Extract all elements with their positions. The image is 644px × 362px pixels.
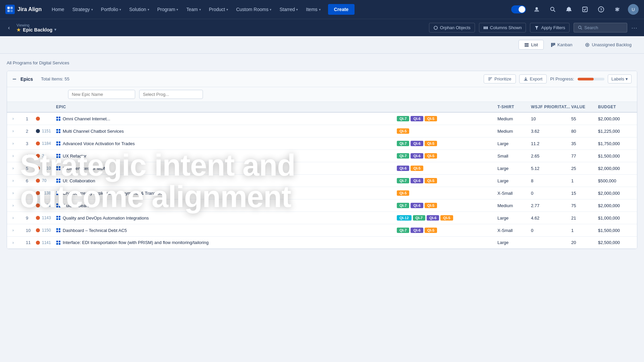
columns-shown-button[interactable]: Columns Shown <box>479 23 526 33</box>
collapse-sidebar-button[interactable]: ‹ <box>7 23 11 32</box>
nav-home[interactable]: Home <box>48 5 67 14</box>
row-name: Interface: EDI transportation flow (with… <box>56 240 397 245</box>
status-dot <box>36 117 40 121</box>
col-header-value[interactable]: Value <box>571 105 598 109</box>
wsjf-value: 0 <box>531 191 571 196</box>
notification-icon[interactable] <box>564 4 574 15</box>
svg-rect-72 <box>56 243 58 245</box>
svg-rect-60 <box>56 206 58 207</box>
row-number: 7 <box>26 191 36 196</box>
table-row[interactable]: › 11 1141 Interface: EDI transportation … <box>7 237 637 249</box>
tag: QI-5 <box>425 116 437 121</box>
nav-program[interactable]: Program ▾ <box>154 5 182 14</box>
nav-team[interactable]: Team ▾ <box>183 5 204 14</box>
value-cell: 20 <box>571 240 598 245</box>
table-row[interactable]: › 8 1121 Guided Search QI-7QI-6QI-5 Medi… <box>7 199 637 212</box>
table-row[interactable]: › 3 1184 Advanced Voice Activation for T… <box>7 137 637 150</box>
tags-cell: QI-7QI-6QI-5 <box>397 153 497 159</box>
svg-rect-64 <box>56 218 58 220</box>
create-button[interactable]: Create <box>328 4 355 15</box>
labels-dropdown[interactable]: Labels ▾ <box>608 74 632 83</box>
new-epic-name-input[interactable] <box>68 90 135 99</box>
row-number: 3 <box>26 141 36 146</box>
apply-filters-button[interactable]: Apply Filters <box>530 23 570 33</box>
avatar[interactable]: U <box>628 4 639 15</box>
tag: QI-5 <box>425 141 437 146</box>
chevron-down-icon: ▾ <box>91 8 93 11</box>
checkbox-icon[interactable] <box>580 4 590 15</box>
app-logo[interactable]: Jira Align <box>5 5 42 14</box>
row-number: 6 <box>26 178 36 183</box>
settings-icon[interactable] <box>612 4 623 15</box>
wsjf-value: 8 <box>531 178 571 183</box>
main-content: All Programs for Digital Services Epics … <box>0 54 644 362</box>
star-icon[interactable]: ★ <box>16 27 21 33</box>
svg-line-16 <box>581 28 582 30</box>
table-row[interactable]: › 4 3 UX Refactor QI-7QI-6QI-5 Small 2.6… <box>7 150 637 162</box>
row-expand-button[interactable]: › <box>12 129 26 133</box>
row-name: UI: Collaboration <box>56 178 397 183</box>
nav-custom-rooms[interactable]: Custom Rooms ▾ <box>233 5 275 14</box>
table-row[interactable]: › 5 1110 Microservices for MDM QI-6QI-5 … <box>7 162 637 175</box>
chevron-down-icon: ▾ <box>176 8 178 11</box>
row-expand-button[interactable]: › <box>12 203 26 208</box>
row-id: 70 <box>42 178 46 183</box>
table-row[interactable]: › 2 1151 Multi Channel Chatbot Services … <box>7 125 637 137</box>
tag: QI-6 <box>411 116 423 121</box>
chevron-down-icon: ▾ <box>119 8 121 11</box>
table-row[interactable]: › 6 70 UI: Collaboration QI-7QI-6QI-5 La… <box>7 175 637 187</box>
nav-solution[interactable]: Solution ▾ <box>126 5 153 14</box>
export-button[interactable]: Export <box>519 74 547 83</box>
search-box[interactable]: Search <box>574 23 627 33</box>
orphan-objects-button[interactable]: Orphan Objects <box>429 23 475 33</box>
value-cell: 1 <box>571 178 598 183</box>
logo-icon <box>5 5 15 14</box>
col-header-epic[interactable]: Epic <box>56 105 397 109</box>
table-row[interactable]: › 7 1138 Cryptocurrency Exploration – Pa… <box>7 187 637 199</box>
svg-rect-11 <box>484 26 485 29</box>
row-expand-button[interactable]: › <box>12 116 26 121</box>
nav-strategy[interactable]: Strategy ▾ <box>69 5 96 14</box>
svg-rect-36 <box>56 131 58 133</box>
tshirt-value: X-Small <box>497 191 531 196</box>
row-expand-button[interactable]: › <box>12 228 26 233</box>
search-icon[interactable] <box>547 4 558 15</box>
nav-items[interactable]: Items ▾ <box>303 5 324 14</box>
nav-starred[interactable]: Starred ▾ <box>276 5 301 14</box>
row-expand-button[interactable]: › <box>12 178 26 183</box>
col-header-tshirt[interactable]: T-Shirt <box>497 105 531 109</box>
collapse-epics-button[interactable] <box>12 77 16 81</box>
row-id: 1143 <box>42 216 51 220</box>
row-expand-button[interactable]: › <box>12 191 26 195</box>
row-expand-button[interactable]: › <box>12 154 26 158</box>
prioritize-button[interactable]: Prioritize <box>484 74 516 83</box>
unassigned-backlog-button[interactable]: Unassigned Backlog <box>579 40 637 50</box>
total-items-count: Total Items: 55 <box>41 76 69 81</box>
toggle-switch[interactable] <box>511 5 526 13</box>
row-expand-button[interactable]: › <box>12 216 26 220</box>
page-dropdown-caret[interactable]: ▾ <box>54 27 56 32</box>
toggle-knob <box>519 6 525 13</box>
col-header-budget[interactable]: Budget <box>598 105 632 109</box>
col-header-wsjf[interactable]: WSJF Prioritat... <box>531 105 571 109</box>
help-icon[interactable]: ? <box>596 4 606 15</box>
list-view-button[interactable]: List <box>519 40 543 50</box>
row-expand-button[interactable]: › <box>12 141 26 146</box>
user-icon[interactable] <box>531 4 542 15</box>
epics-section-label: Epics <box>20 76 33 82</box>
table-row[interactable]: › 1 Omni Channel Internet... QI-7QI-6QI-… <box>7 113 637 125</box>
program-select-input[interactable] <box>139 90 203 99</box>
tag: QI-6 <box>411 178 423 183</box>
app-name: Jira Align <box>17 6 42 12</box>
kanban-view-button[interactable]: Kanban <box>545 40 578 50</box>
row-expand-button[interactable]: › <box>12 240 26 245</box>
table-row[interactable]: › 10 1150 Dashboard – Technical Debt AC5… <box>7 224 637 237</box>
more-options-icon[interactable]: ⋯ <box>631 24 637 32</box>
nav-portfolio[interactable]: Portfolio ▾ <box>98 5 124 14</box>
tag: QI-6 <box>411 203 423 208</box>
svg-rect-39 <box>59 141 60 143</box>
table-row[interactable]: › 9 1143 Quality and DevOps Automation I… <box>7 212 637 224</box>
row-expand-button[interactable]: › <box>12 166 26 171</box>
svg-rect-63 <box>59 216 60 218</box>
nav-product[interactable]: Product ▾ <box>206 5 231 14</box>
